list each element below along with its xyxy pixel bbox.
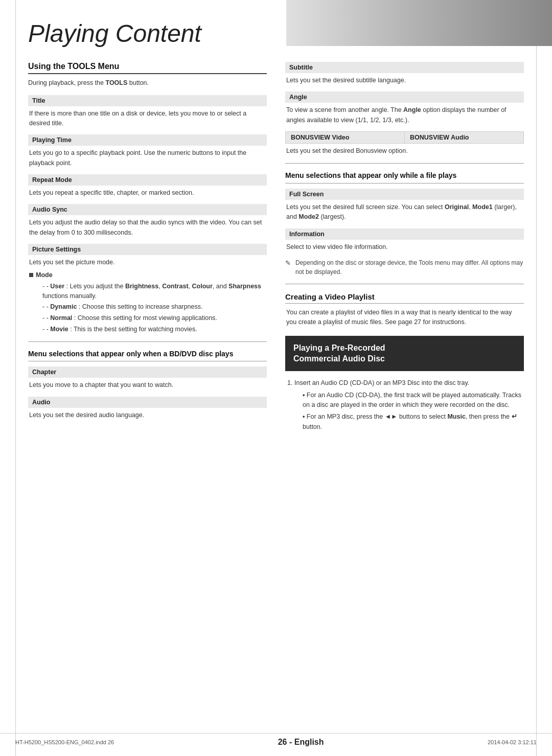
item-text-subtitle: Lets you set the desired subtitle langua… xyxy=(285,76,524,85)
item-label-chapter: Chapter xyxy=(28,366,267,378)
step-1: Insert an Audio CD (CD-DA) or an MP3 Dis… xyxy=(294,378,524,432)
item-title: Title If there is more than one title on… xyxy=(28,95,267,129)
bullet-square-icon xyxy=(29,273,33,277)
item-repeat-mode: Repeat Mode Lets you repeat a specific t… xyxy=(28,174,267,198)
page-wrapper: Playing Content Using the TOOLS Menu Dur… xyxy=(0,0,552,756)
bullet-audio-cd: For an Audio CD (CD-DA), the first track… xyxy=(303,391,524,410)
menu-sel-bd-heading: Menu selections that appear only when a … xyxy=(28,349,267,362)
prerecorded-box: Playing a Pre-RecordedCommercial Audio D… xyxy=(285,336,524,372)
divider-3 xyxy=(285,284,524,284)
item-text-repeat-mode: Lets you repeat a specific title, chapte… xyxy=(28,188,267,198)
prerecorded-steps: Insert an Audio CD (CD-DA) or an MP3 Dis… xyxy=(290,378,524,432)
item-subtitle: Subtitle Lets you set the desired subtit… xyxy=(285,62,524,85)
item-label-repeat-mode: Repeat Mode xyxy=(28,174,267,186)
item-full-screen: Full Screen Lets you set the desired ful… xyxy=(285,189,524,222)
prerecorded-title: Playing a Pre-RecordedCommercial Audio D… xyxy=(293,343,516,364)
item-label-information: Information xyxy=(285,228,524,240)
item-text-audio: Lets you set the desired audio language. xyxy=(28,410,267,420)
step-1-bullets: For an Audio CD (CD-DA), the first track… xyxy=(303,391,524,432)
item-label-title: Title xyxy=(28,95,267,106)
mode-user: - User : Lets you adjust the Brightness,… xyxy=(42,282,266,301)
playlist-text: You can create a playlist of video files… xyxy=(285,308,524,328)
footer-filename: HT-H5200_HS5200-ENG_0402.indd 26 xyxy=(15,739,114,745)
left-column: Using the TOOLS Menu During playback, pr… xyxy=(28,62,267,435)
item-label-picture-settings: Picture Settings xyxy=(28,244,267,255)
item-label-angle: Angle xyxy=(285,91,524,103)
item-bonusview: BONUSVIEW Video BONUSVIEW Audio Lets you… xyxy=(285,131,524,156)
bonusview-table: BONUSVIEW Video BONUSVIEW Audio xyxy=(285,131,524,144)
subsection-heading-playlist: Creating a Video Playlist xyxy=(285,292,524,304)
item-text-information: Select to view video file information. xyxy=(285,242,524,252)
item-label-full-screen: Full Screen xyxy=(285,189,524,200)
item-audio-sync: Audio Sync Lets you adjust the audio del… xyxy=(28,204,267,238)
item-text-chapter: Lets you move to a chapter that you want… xyxy=(28,380,267,390)
item-angle: Angle To view a scene from another angle… xyxy=(285,91,524,125)
bonusview-video-label: BONUSVIEW Video xyxy=(286,131,405,143)
item-text-playing-time: Lets you go to a specific playback point… xyxy=(28,148,267,168)
item-label-audio: Audio xyxy=(28,397,267,408)
note-text: Depending on the disc or storage device,… xyxy=(285,258,524,277)
item-picture-settings: Picture Settings Lets you set the pictur… xyxy=(28,244,267,334)
item-chapter: Chapter Lets you move to a chapter that … xyxy=(28,366,267,390)
mode-movie: - Movie : This is the best setting for w… xyxy=(42,325,266,334)
item-text-picture-settings: Lets you set the picture mode. Mode - Us… xyxy=(28,258,267,334)
footer: HT-H5200_HS5200-ENG_0402.indd 26 26 - En… xyxy=(0,733,552,747)
item-text-full-screen: Lets you set the desired full screen siz… xyxy=(285,202,524,222)
item-playing-time: Playing Time Lets you go to a specific p… xyxy=(28,134,267,168)
section-intro-tools: During playback, press the TOOLS button. xyxy=(28,78,267,88)
mode-dynamic: - Dynamic : Choose this setting to incre… xyxy=(42,302,266,312)
mode-normal: - Normal : Choose this setting for most … xyxy=(42,313,266,323)
right-column: Subtitle Lets you set the desired subtit… xyxy=(285,62,524,435)
item-text-title: If there is more than one title on a dis… xyxy=(28,109,267,129)
item-information: Information Select to view video file in… xyxy=(285,228,524,252)
item-text-angle: To view a scene from another angle. The … xyxy=(285,105,524,125)
content-area: Playing Content Using the TOOLS Menu Dur… xyxy=(0,0,552,466)
divider-2 xyxy=(285,163,524,164)
item-text-audio-sync: Lets you adjust the audio delay so that … xyxy=(28,218,267,238)
page-title: Playing Content xyxy=(28,20,524,48)
item-text-bonusview: Lets you set the desired Bonusview optio… xyxy=(285,146,524,156)
item-label-playing-time: Playing Time xyxy=(28,134,267,146)
footer-timestamp: 2014-04-02 3:12:11 xyxy=(488,739,537,745)
item-label-audio-sync: Audio Sync xyxy=(28,204,267,215)
divider-1 xyxy=(28,341,267,342)
two-column-layout: Using the TOOLS Menu During playback, pr… xyxy=(28,62,524,435)
item-audio: Audio Lets you set the desired audio lan… xyxy=(28,397,267,420)
bullet-mp3-disc: For an MP3 disc, press the ◄► buttons to… xyxy=(303,412,524,432)
item-label-subtitle: Subtitle xyxy=(285,62,524,73)
menu-sel-file-heading: Menu selections that appear only while a… xyxy=(285,171,524,184)
section-heading-tools: Using the TOOLS Menu xyxy=(28,62,267,74)
footer-page-number: 26 - English xyxy=(278,738,324,747)
bonusview-audio-label: BONUSVIEW Audio xyxy=(405,131,524,143)
